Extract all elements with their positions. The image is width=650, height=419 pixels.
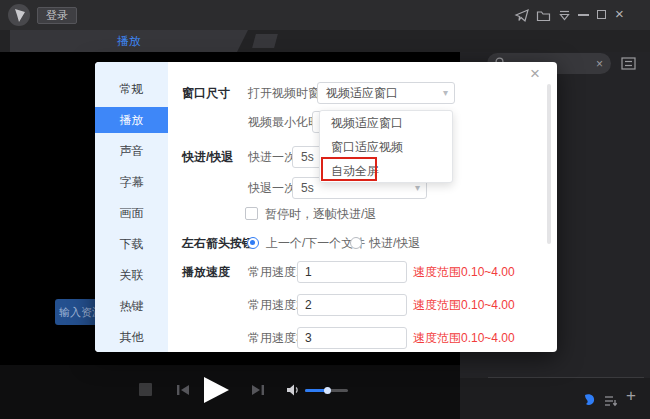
play-button[interactable] — [204, 377, 229, 403]
section-arrow-buttons: 左右箭头按钮 — [182, 232, 254, 254]
maximize-button[interactable] — [597, 10, 606, 19]
speed1-range-hint: 速度范围0.10~4.00 — [413, 261, 515, 283]
chevron-down-icon: ▾ — [443, 83, 448, 103]
rewind-once-label: 快退一次 — [248, 177, 296, 199]
speed1-label: 常用速度1 — [248, 261, 303, 283]
seek-radio[interactable] — [350, 237, 362, 249]
tab-label: 播放 — [117, 34, 141, 48]
speed3-range-hint: 速度范围0.10~4.00 — [413, 327, 515, 349]
stop-button[interactable] — [139, 383, 152, 396]
new-tab-button[interactable] — [252, 34, 278, 48]
dialog-scrollbar[interactable] — [547, 84, 551, 244]
playlist-view-icon[interactable] — [621, 56, 637, 71]
close-window-button[interactable]: × — [615, 5, 624, 23]
speed2-range-hint: 速度范围0.10~4.00 — [413, 294, 515, 316]
dropdown-menu: 视频适应窗口 窗口适应视频 自动全屏 — [319, 110, 453, 183]
sidebar-item-picture[interactable]: 画面 — [95, 200, 168, 226]
forward-once-label: 快进一次 — [248, 146, 296, 168]
frame-step-label: 暂停时，逐帧快进/退 — [265, 203, 376, 225]
player-controls — [0, 365, 460, 419]
speed2-input[interactable] — [297, 294, 407, 316]
sidebar-item-other[interactable]: 其他 — [95, 324, 168, 350]
previous-button[interactable] — [176, 384, 190, 396]
frame-step-checkbox[interactable] — [245, 207, 258, 220]
tab-playing[interactable]: 播放 — [10, 30, 248, 52]
sidebar-item-hotkeys[interactable]: 热键 — [95, 293, 168, 319]
login-button[interactable]: 登录 — [37, 7, 77, 24]
cast-icon[interactable] — [514, 8, 530, 23]
sidebar-item-subtitle[interactable]: 字幕 — [95, 169, 168, 195]
main-menu-icon[interactable] — [557, 8, 573, 23]
next-button[interactable] — [251, 384, 265, 396]
app-window: 登录 × 播放 输入资源 × — [0, 0, 650, 419]
prev-next-file-radio[interactable] — [247, 237, 259, 249]
settings-dialog: × 常规 播放 声音 字幕 画面 下载 关联 热键 其他 窗口尺寸 打开视频时窗… — [95, 62, 557, 352]
speed3-label: 常用速度3 — [248, 327, 303, 349]
highlight-annotation-box — [321, 157, 377, 181]
dropdown-option-fit-window[interactable]: 视频适应窗口 — [320, 111, 452, 135]
open-video-window-select[interactable]: 视频适应窗口 ▾ — [317, 82, 455, 104]
panel-footer: + — [460, 378, 650, 419]
playlist-order-icon[interactable] — [604, 395, 618, 407]
sidebar-item-sound[interactable]: 声音 — [95, 138, 168, 164]
section-playback-speed: 播放速度 — [182, 261, 230, 283]
settings-sidebar: 常规 播放 声音 字幕 画面 下载 关联 热键 其他 — [95, 62, 168, 352]
sidebar-item-download[interactable]: 下载 — [95, 231, 168, 257]
speed3-input[interactable] — [297, 327, 407, 349]
minimize-button[interactable] — [578, 14, 589, 16]
sidebar-item-association[interactable]: 关联 — [95, 262, 168, 288]
sidebar-item-general[interactable]: 常规 — [95, 76, 168, 102]
speed2-label: 常用速度2 — [248, 294, 303, 316]
speed1-input[interactable] — [297, 261, 407, 283]
dropdown-option-fit-video[interactable]: 窗口适应视频 — [320, 135, 452, 159]
titlebar: 登录 × — [0, 0, 650, 30]
tab-bar: 播放 — [0, 30, 650, 52]
section-window-size: 窗口尺寸 — [182, 82, 230, 104]
clear-search-icon[interactable]: × — [596, 58, 603, 70]
seek-radio-label: 快进/快退 — [369, 232, 420, 254]
video-minimized-label: 视频最小化时 — [248, 111, 320, 133]
open-folder-icon[interactable] — [536, 8, 552, 23]
close-dialog-icon[interactable]: × — [530, 64, 540, 84]
volume-slider-thumb[interactable] — [324, 387, 331, 394]
thunder-bird-icon[interactable] — [582, 393, 596, 407]
sidebar-item-playback[interactable]: 播放 — [95, 107, 168, 133]
volume-icon[interactable] — [286, 383, 300, 397]
add-to-playlist-icon[interactable]: + — [626, 387, 636, 404]
app-logo-icon[interactable] — [8, 4, 30, 26]
section-seek: 快进/快退 — [182, 146, 233, 168]
